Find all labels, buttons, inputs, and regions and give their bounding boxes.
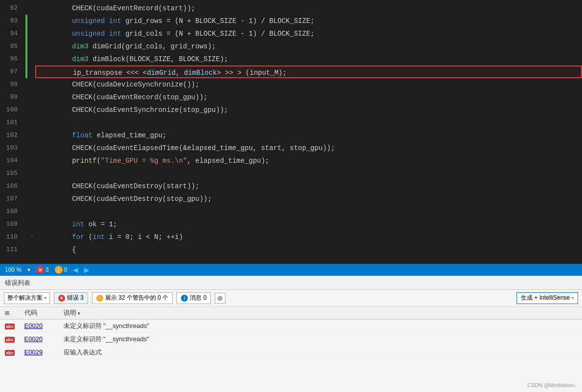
table-row[interactable]: abcE0020未定义标识符 "__syncthreads": [0, 319, 582, 332]
warning-status[interactable]: ! 0: [55, 266, 67, 274]
warning-icon: !: [55, 266, 63, 274]
change-indicator: [25, 27, 27, 40]
fold-gutter: [28, 193, 35, 205]
message-filter-btn[interactable]: i 消息 0: [177, 292, 211, 304]
line-number: 110: [0, 231, 25, 243]
change-indicator: [25, 180, 27, 193]
code-line-98: 98 CHECK(cudaDeviceSynchronize());: [0, 78, 582, 91]
code-content: unsigned int grid_cols = (N + BLOCK_SIZE…: [35, 27, 582, 40]
warning-filter-btn[interactable]: ! 展示 32 个警告中的 0 个: [92, 292, 173, 304]
code-line-111: 111 {: [0, 243, 582, 256]
code-content: float elapsed_time_gpu;: [35, 129, 582, 142]
code-content: dim3 dimBlock(BLOCK_SIZE, BLOCK_SIZE);: [35, 53, 582, 65]
change-indicator: [25, 231, 27, 243]
message-filter-label: 消息 0: [190, 294, 206, 302]
fold-gutter: [28, 27, 35, 40]
scope-dropdown-arrow: ▾: [45, 296, 46, 300]
line-number: 104: [0, 154, 25, 167]
code-content: CHECK(cudaEventSynchronize(stop_gpu));: [35, 104, 582, 116]
error-code-link[interactable]: E0029: [24, 348, 43, 356]
error-code-link[interactable]: E0020: [24, 335, 43, 343]
error-table-container: ⊞ 代码 说明 ▾ abcE0020未定义标识符 "__syncthreads"…: [0, 306, 582, 359]
line-number: 108: [0, 205, 25, 218]
col-header-desc[interactable]: 说明 ▾: [59, 306, 582, 319]
intellisense-dropdown-arrow: ▾: [572, 296, 574, 300]
error-count: 3: [45, 266, 49, 273]
change-indicator: [25, 142, 27, 154]
line-number: 111: [0, 243, 25, 256]
abc-icon: abc: [5, 337, 15, 343]
scope-label: 整个解决方案: [7, 294, 43, 302]
code-content: CHECK(cudaEventElapsedTime(&elapsed_time…: [35, 142, 582, 154]
code-content: dim3 dimGrid(grid_cols, grid_rows);: [35, 40, 582, 53]
error-desc-cell: 未定义标识符 "__syncthreads": [59, 319, 582, 332]
funnel-icon[interactable]: ⊕: [215, 293, 225, 304]
error-row-icon: abc: [0, 346, 20, 359]
error-code-link[interactable]: E0020: [24, 322, 43, 329]
scope-dropdown[interactable]: 整个解决方案 ▾: [4, 292, 50, 304]
change-indicator: [25, 78, 27, 91]
fold-gutter: [28, 167, 35, 180]
change-indicator: [25, 116, 27, 129]
code-line-93: 93 unsigned int grid_rows = (N + BLOCK_S…: [0, 15, 582, 27]
table-row[interactable]: abcE0020未定义标识符 "__syncthreads": [0, 332, 582, 346]
error-code-cell[interactable]: E0020: [20, 319, 59, 332]
change-indicator: [25, 205, 27, 218]
error-code-cell[interactable]: E0029: [20, 346, 59, 359]
watermark: CSDN @Meditation-: [527, 382, 576, 388]
error-filter-label: 错误 3: [67, 294, 84, 302]
fold-gutter: [28, 2, 35, 15]
code-line-92: 92 CHECK(cudaEventRecord(start));: [0, 2, 582, 15]
fold-gutter: [28, 243, 35, 256]
nav-next-arrow[interactable]: ▶: [84, 266, 90, 274]
col-icon-symbol: ⊞: [5, 310, 9, 316]
zoom-level: 100 %: [5, 266, 22, 273]
code-line-95: 95 dim3 dimGrid(grid_cols, grid_rows);: [0, 40, 582, 53]
code-content: CHECK(cudaEventRecord(stop_gpu));: [35, 91, 582, 104]
abc-icon: abc: [5, 350, 15, 356]
code-line-103: 103 CHECK(cudaEventElapsedTime(&elapsed_…: [0, 142, 582, 154]
line-number: 106: [0, 180, 25, 193]
fold-gutter: [28, 53, 35, 65]
change-indicator: [25, 40, 27, 53]
code-line-110: 110− for (int i = 0; i < N; ++i): [0, 231, 582, 243]
fold-gutter: [28, 205, 35, 218]
code-line-94: 94 unsigned int grid_cols = (N + BLOCK_S…: [0, 27, 582, 40]
code-line-104: 104 printf("Time_GPU = %g ms.\n", elapse…: [0, 154, 582, 167]
fold-gutter: [28, 116, 35, 129]
change-indicator: [25, 243, 27, 256]
line-number: 99: [0, 91, 25, 104]
nav-prev-arrow[interactable]: ◀: [73, 266, 78, 274]
error-filter-btn[interactable]: ✕ 错误 3: [54, 292, 88, 304]
code-line-102: 102 float elapsed_time_gpu;: [0, 129, 582, 142]
fold-gutter: [28, 104, 35, 116]
message-filter-icon: i: [181, 295, 188, 302]
line-number: 93: [0, 15, 25, 27]
fold-gutter[interactable]: −: [28, 231, 35, 243]
code-content: printf("Time_GPU = %g ms.\n", elapsed_ti…: [35, 154, 582, 167]
code-line-97: 97 ip_transpose <<< <dimGrid, dimBlock> …: [0, 65, 582, 78]
error-panel-toolbar: 整个解决方案 ▾ ✕ 错误 3 ! 展示 32 个警告中的 0 个 i 消息 0…: [0, 290, 582, 306]
code-content: CHECK(cudaDeviceSynchronize());: [35, 78, 582, 91]
fold-gutter: [28, 218, 35, 231]
change-indicator: [25, 2, 27, 15]
line-number: 102: [0, 129, 25, 142]
change-indicator: [25, 15, 27, 27]
zoom-dropdown-icon[interactable]: ▾: [27, 266, 30, 273]
line-number: 107: [0, 193, 25, 205]
table-header-row: ⊞ 代码 说明 ▾: [0, 306, 582, 319]
error-desc-cell: 应输入表达式: [59, 346, 582, 359]
code-content: for (int i = 0; i < N; ++i): [35, 231, 582, 243]
line-number: 96: [0, 53, 25, 65]
warning-filter-icon: !: [96, 295, 103, 302]
error-code-cell[interactable]: E0020: [20, 332, 59, 346]
intellisense-btn[interactable]: 生成 + IntelliSense ▾: [516, 292, 578, 304]
change-indicator: [25, 129, 27, 142]
col-header-code[interactable]: 代码: [20, 306, 59, 319]
fold-gutter: [28, 129, 35, 142]
code-line-96: 96 dim3 dimBlock(BLOCK_SIZE, BLOCK_SIZE)…: [0, 53, 582, 65]
change-indicator: [25, 65, 27, 78]
table-row[interactable]: abcE0029应输入表达式: [0, 346, 582, 359]
error-status[interactable]: ✕ 3: [36, 266, 49, 274]
code-content: [35, 205, 582, 218]
